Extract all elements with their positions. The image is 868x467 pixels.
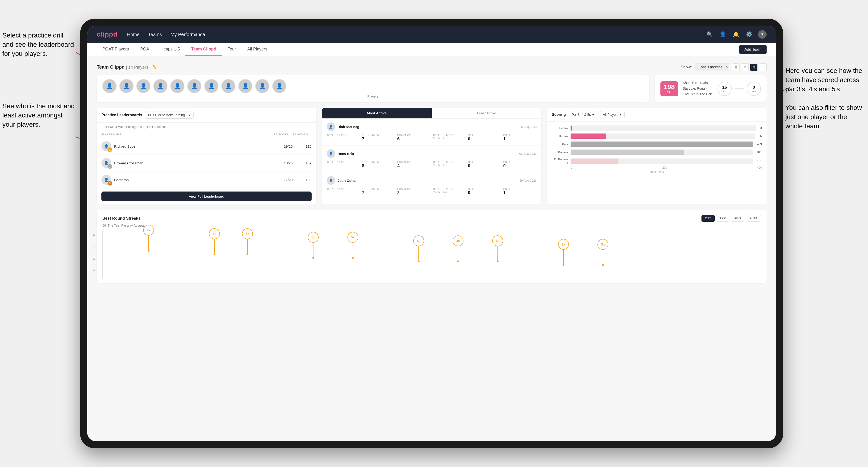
person-icon[interactable]: 👤 bbox=[718, 30, 727, 39]
pa-stat-total-practice-label: Total Practice Activities bbox=[433, 134, 466, 142]
pa-putt-val-2: 0 bbox=[503, 163, 537, 168]
shot-distance-badge: 198 SC bbox=[660, 81, 678, 96]
sub-nav-hcaps[interactable]: Hcaps 1-5 bbox=[155, 43, 185, 56]
nav-links: Home Teams My Performance bbox=[127, 32, 696, 37]
player-avatar-10[interactable]: 👤 bbox=[255, 79, 269, 93]
pa-header-3: 👤 Josh Coles 26 Aug 2023 bbox=[327, 176, 537, 185]
player-avatar-5[interactable]: 👤 bbox=[170, 79, 184, 93]
bell-icon[interactable]: 🔔 bbox=[732, 30, 740, 39]
add-team-button[interactable]: Add Team bbox=[739, 45, 767, 54]
card-header: Practice Leaderboards PUTT Must Make Put… bbox=[97, 108, 316, 123]
lb-player-2: 👤 2 Edward Crossman bbox=[101, 158, 274, 168]
yardage-1-val: 16 bbox=[722, 85, 727, 90]
bar-chart: Eagles 3 Birdies 96 Pars 499 Bogeys 311 bbox=[552, 125, 762, 165]
streaks-title: Best Round Streaks bbox=[102, 216, 141, 221]
streak-point: 4x bbox=[492, 236, 503, 262]
activity-tabs: Most Active Least Active bbox=[322, 108, 541, 119]
tab-least-active[interactable]: Least Active bbox=[432, 108, 541, 118]
players-section: 👤 👤 👤 👤 👤 👤 👤 👤 👤 👤 👤 Players bbox=[97, 75, 649, 102]
lb-avatar-2[interactable]: 👤 2 bbox=[101, 158, 111, 168]
player-activity-blair: 👤 Blair McHarg 26 Aug 2023 Total Rounds … bbox=[322, 119, 541, 146]
pa-player-3: 👤 Josh Coles bbox=[327, 176, 356, 185]
bar-value: 131 bbox=[757, 159, 762, 163]
player-avatar-7[interactable]: 👤 bbox=[204, 79, 218, 93]
player-avatar-2[interactable]: 👤 bbox=[119, 79, 133, 93]
pa-avatar-1[interactable]: 👤 bbox=[327, 122, 335, 131]
list-view-btn[interactable]: ≡ bbox=[741, 63, 749, 71]
yardage-boxes: 16 yds 0 yds bbox=[717, 82, 761, 96]
yardage-1-unit: yds bbox=[723, 90, 726, 92]
pa-stat-putt-1: PUTT 1 bbox=[503, 134, 537, 142]
shot-detail-1: Shot Dist: 16 yds bbox=[683, 80, 713, 86]
sfb-app[interactable]: APP bbox=[716, 215, 729, 222]
streak-dot bbox=[418, 260, 420, 262]
lb-avatar-1[interactable]: 👤 1 bbox=[101, 141, 111, 151]
sfb-arg[interactable]: ARG bbox=[731, 215, 744, 222]
pa-avatar-2[interactable]: 👤 bbox=[327, 149, 335, 158]
player-avatar-3[interactable]: 👤 bbox=[136, 79, 151, 93]
scoring-header: Scoring Par 3, 4 & 5s ▾ All Players ▾ bbox=[547, 108, 767, 122]
bar-value: 499 bbox=[757, 143, 762, 146]
streak-bubble: 6x bbox=[209, 228, 220, 239]
streak-bubble: 5x bbox=[347, 232, 358, 243]
streak-dot bbox=[312, 257, 314, 259]
bar-row: D. Bogeys + 131 bbox=[552, 158, 762, 165]
col-player-name: PLAYER NAME bbox=[101, 133, 274, 136]
sub-nav-pgat[interactable]: PGAT Players bbox=[97, 43, 134, 56]
sfb-ott[interactable]: OTT bbox=[702, 215, 715, 222]
show-select[interactable]: Last 3 months Last month Last 6 months L… bbox=[695, 63, 729, 71]
sub-nav-team-clippd[interactable]: Team Clippd bbox=[185, 43, 222, 56]
player-avatar-4[interactable]: 👤 bbox=[153, 79, 167, 93]
best-round-streaks-card: Best Round Streaks OTT APP ARG PUTT Off … bbox=[97, 210, 767, 283]
par-filter-dropdown[interactable]: Par 3, 4 & 5s ▾ bbox=[569, 111, 597, 118]
tab-most-active[interactable]: Most Active bbox=[322, 108, 432, 118]
pa-header-2: 👤 Rees Britt 02 Sep 2023 bbox=[327, 149, 537, 158]
edit-icon[interactable]: ✏️ bbox=[153, 65, 157, 69]
player-avatar-11[interactable]: 👤 bbox=[272, 79, 286, 93]
sub-nav-all-players[interactable]: All Players bbox=[242, 43, 273, 56]
pa-stat-ott-1: OTT 0 bbox=[468, 134, 501, 142]
team-title: Team Clippd | 14 Players bbox=[97, 64, 148, 70]
bar-track bbox=[570, 158, 753, 164]
streak-dot bbox=[214, 253, 215, 255]
player-avatar-8[interactable]: 👤 bbox=[221, 79, 236, 93]
nav-link-performance[interactable]: My Performance bbox=[170, 32, 205, 37]
player-avatar-1[interactable]: 👤 bbox=[102, 79, 117, 93]
players-filter-dropdown[interactable]: All Players ▾ bbox=[600, 111, 625, 118]
main-content: Team Clippd | 14 Players ✏️ Show: Last 3… bbox=[87, 56, 776, 441]
pa-name-3: Josh Coles bbox=[338, 179, 356, 183]
pa-practice-val-1: 6 bbox=[397, 136, 431, 142]
streak-line bbox=[458, 246, 458, 260]
streaks-header: Best Round Streaks OTT APP ARG PUTT bbox=[102, 215, 761, 222]
sub-nav-tour[interactable]: Tour bbox=[222, 43, 242, 56]
sort-btn[interactable]: ↕ bbox=[759, 63, 767, 71]
view-full-leaderboard-button[interactable]: View Full Leaderboard bbox=[101, 191, 312, 201]
streak-line bbox=[247, 239, 248, 253]
lb-table-header: PLAYER NAME PB SCORE PB AVG SQ bbox=[97, 131, 316, 138]
view-icons: ⊞ ≡ ▦ ↕ bbox=[732, 63, 767, 71]
streak-point: 7x bbox=[143, 225, 154, 252]
pa-tournament-val-2: 8 bbox=[362, 163, 395, 168]
player-avatar-9[interactable]: 👤 bbox=[238, 79, 252, 93]
show-label: Show: bbox=[681, 65, 692, 69]
sub-nav-pga[interactable]: PGA bbox=[134, 43, 155, 56]
settings-icon[interactable]: ⚙️ bbox=[745, 30, 753, 39]
card-view-btn[interactable]: ▦ bbox=[750, 63, 757, 71]
grid-view-btn[interactable]: ⊞ bbox=[732, 63, 740, 71]
bar-label: Birdies bbox=[552, 134, 568, 138]
bar-value: 311 bbox=[757, 151, 762, 154]
lb-player-3: 👤 3 Cameron... bbox=[101, 175, 274, 185]
search-icon[interactable]: 🔍 bbox=[705, 30, 714, 39]
lb-avatar-3[interactable]: 👤 3 bbox=[101, 175, 111, 185]
nav-link-teams[interactable]: Teams bbox=[148, 32, 162, 37]
player-avatar-6[interactable]: 👤 bbox=[187, 79, 202, 93]
sfb-putt[interactable]: PUTT bbox=[746, 215, 761, 222]
pa-putt-val-1: 1 bbox=[503, 136, 537, 142]
avatar[interactable]: ▼ bbox=[758, 30, 767, 39]
yardage-2-val: 0 bbox=[753, 85, 755, 90]
drill-dropdown[interactable]: PUTT Must Make Putting... ▾ bbox=[145, 112, 194, 119]
nav-link-home[interactable]: Home bbox=[127, 32, 140, 37]
pa-avatar-3[interactable]: 👤 bbox=[327, 176, 335, 185]
streak-dot bbox=[602, 264, 604, 266]
pa-player-2: 👤 Rees Britt bbox=[327, 149, 354, 158]
